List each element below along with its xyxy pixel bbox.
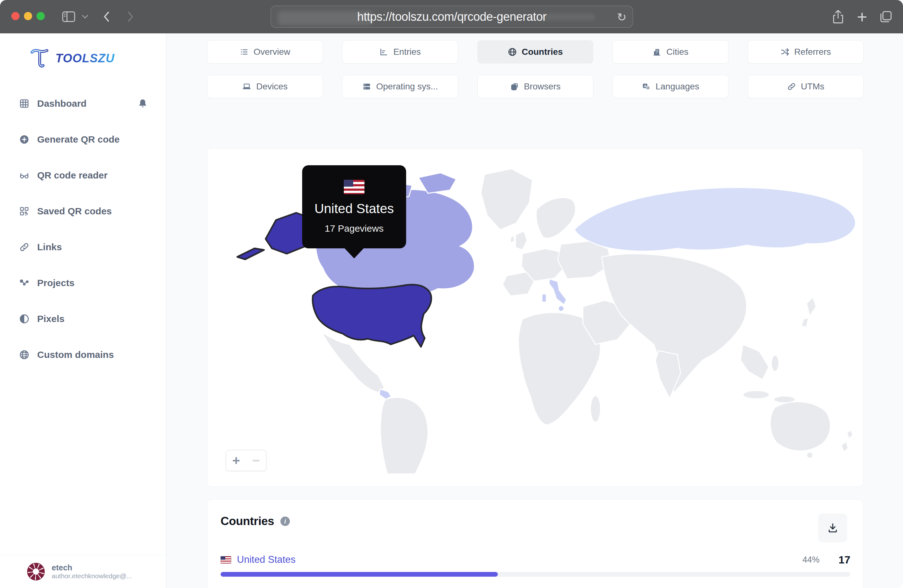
map-region-sardinia[interactable] — [542, 294, 546, 302]
tab-entries[interactable]: Entries — [342, 40, 458, 64]
map-region-tasmania[interactable] — [807, 452, 813, 458]
share-icon[interactable] — [831, 0, 846, 33]
reload-icon[interactable]: ↻ — [616, 11, 628, 23]
tab-utms[interactable]: UTMs — [748, 75, 864, 98]
user-profile[interactable]: etech author.etechknowledge@... — [0, 555, 166, 588]
avatar — [27, 563, 45, 580]
sidebar-item-label: Links — [37, 242, 62, 252]
map-region-madagascar[interactable] — [590, 396, 601, 422]
sidebar-item-generate-qr[interactable]: Generate QR code — [0, 121, 166, 157]
map-region-iberia[interactable] — [503, 272, 534, 296]
sidebar-item-label: QR code reader — [37, 170, 107, 181]
map-region-indonesia-1[interactable] — [743, 390, 769, 399]
tab-label: Overview — [253, 47, 291, 57]
progress-fill — [220, 572, 498, 577]
forward-button[interactable] — [124, 0, 137, 33]
address-bar[interactable]: https://toolszu.com/qrcode-generator ↻ — [271, 6, 633, 28]
country-percent: 44% — [802, 555, 820, 565]
list-icon — [240, 47, 249, 56]
map-region-se-asia[interactable] — [741, 344, 769, 379]
country-row-united-states: United States 44% 17 — [220, 552, 850, 577]
download-button[interactable] — [818, 513, 847, 543]
map-region-italy[interactable] — [549, 279, 566, 305]
sidebar-item-dashboard[interactable]: Dashboard — [0, 86, 166, 121]
glasses-icon — [19, 170, 30, 181]
close-window-button[interactable] — [11, 12, 19, 20]
countries-header: Countries i — [220, 515, 290, 528]
sidebar-item-label: Projects — [37, 278, 74, 289]
back-button[interactable] — [99, 0, 113, 33]
countries-panel: Countries i United States 44% 17 — [207, 499, 863, 588]
country-value: 17 — [836, 554, 850, 566]
tab-operating-systems[interactable]: Operating sys... — [342, 75, 458, 98]
map-region-new-zealand[interactable] — [841, 430, 853, 452]
tab-cities[interactable]: Cities — [612, 40, 728, 64]
map-region-central-america[interactable] — [379, 389, 391, 399]
map-zoom-control: + − — [226, 450, 267, 471]
map-region-uk[interactable] — [510, 231, 527, 250]
sidebar-item-pixels[interactable]: Pixels — [0, 301, 166, 337]
sidebar-item-saved-qr[interactable]: Saved QR codes — [0, 193, 166, 229]
url-redaction-blur — [278, 11, 373, 25]
map-tooltip: United States 17 Pageviews — [302, 165, 406, 248]
map-region-south-america[interactable] — [380, 397, 428, 474]
contrast-circle-icon — [19, 314, 30, 324]
sidebar-toggle-icon[interactable] — [60, 0, 77, 33]
sidebar-item-custom-domains[interactable]: Custom domains — [0, 337, 166, 373]
map-region-japan[interactable] — [801, 297, 816, 327]
laptop-icon — [242, 82, 251, 91]
map-region-australia[interactable] — [770, 401, 831, 451]
sidebar-item-label: Pixels — [37, 314, 64, 324]
map-region-philippines[interactable] — [771, 355, 779, 372]
translate-icon: A文 — [642, 82, 651, 91]
sidebar-item-projects[interactable]: Projects — [0, 265, 166, 301]
browser-windows-icon — [510, 82, 519, 91]
plus-circle-icon — [19, 134, 30, 145]
browser-toolbar: https://toolszu.com/qrcode-generator ↻ + — [0, 0, 903, 33]
tab-countries[interactable]: Countries — [477, 40, 593, 64]
map-region-russia[interactable] — [574, 188, 856, 251]
user-email: author.etechknowledge@... — [52, 572, 132, 580]
zoom-window-button[interactable] — [36, 12, 45, 20]
download-icon — [827, 522, 838, 533]
share-nodes-icon — [19, 278, 30, 289]
sidebar-item-qr-reader[interactable]: QR code reader — [0, 157, 166, 193]
country-link[interactable]: United States — [237, 554, 296, 565]
tab-browsers[interactable]: Browsers — [477, 75, 593, 98]
sidebar-item-label: Saved QR codes — [37, 206, 112, 216]
new-tab-icon[interactable]: + — [854, 0, 870, 33]
qr-code-icon — [19, 206, 30, 216]
us-flag-icon — [220, 556, 231, 563]
link-icon — [19, 242, 30, 252]
zoom-in-button[interactable]: + — [226, 450, 246, 470]
sidebar-item-links[interactable]: Links — [0, 229, 166, 265]
map-region-greenland[interactable] — [481, 169, 532, 230]
bell-icon[interactable] — [138, 99, 148, 108]
tab-label: Devices — [256, 82, 288, 92]
tab-label: Browsers — [524, 82, 561, 92]
tab-label: UTMs — [801, 82, 824, 92]
server-stack-icon — [362, 82, 371, 91]
tab-referrers[interactable]: Referrers — [748, 40, 864, 64]
zoom-out-button[interactable]: − — [246, 450, 266, 470]
tab-devices[interactable]: Devices — [207, 75, 323, 98]
tab-languages[interactable]: A文 Languages — [612, 75, 728, 98]
browser-window: https://toolszu.com/qrcode-generator ↻ + — [0, 0, 903, 588]
info-icon[interactable]: i — [280, 517, 290, 526]
tab-label: Referrers — [794, 47, 831, 57]
tab-overview[interactable]: Overview — [207, 40, 323, 64]
tab-label: Countries — [522, 47, 563, 57]
brand-wordmark: TOOLSZU — [55, 52, 115, 65]
chevron-down-icon[interactable] — [79, 0, 91, 33]
link-icon — [787, 82, 796, 91]
map-region-india[interactable] — [655, 351, 681, 398]
map-region-scandinavia[interactable] — [536, 198, 576, 238]
brand-logo[interactable]: TOOLSZU — [29, 47, 166, 69]
tab-overview-icon[interactable] — [878, 0, 894, 33]
world-map-card: United States 17 Pageviews + − — [207, 148, 863, 487]
brand-logo-icon — [29, 47, 50, 69]
tab-label: Entries — [393, 47, 421, 57]
tab-label: Cities — [666, 47, 688, 57]
minimize-window-button[interactable] — [24, 12, 32, 20]
map-region-sicily[interactable] — [558, 306, 564, 311]
